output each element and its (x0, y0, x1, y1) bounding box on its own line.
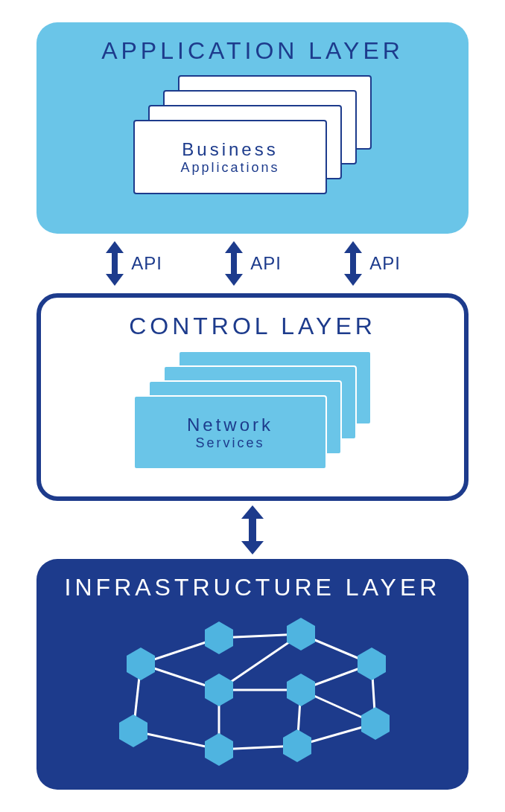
api-connector-3: API (343, 241, 401, 286)
control-layer-box: CONTROL LAYER Network Services (36, 293, 469, 501)
svg-marker-27 (283, 729, 311, 762)
app-card-label-top: Business (182, 139, 278, 160)
control-layer-title: CONTROL LAYER (63, 313, 442, 340)
svg-marker-28 (361, 707, 390, 740)
double-arrow-icon (104, 241, 125, 286)
svg-marker-0 (106, 241, 124, 286)
svg-marker-20 (205, 621, 233, 654)
svg-marker-3 (241, 505, 264, 554)
api-label-1: API (131, 253, 162, 274)
infrastructure-layer-title: INFRASTRUCTURE LAYER (59, 574, 446, 601)
svg-marker-1 (225, 241, 243, 286)
network-services-stack: Network Services (133, 351, 372, 473)
ctrl-card-label-top: Network (187, 415, 273, 435)
svg-marker-22 (358, 648, 386, 680)
application-layer-box: APPLICATION LAYER Business Applications (36, 22, 469, 234)
api-connector-2: API (223, 241, 282, 286)
api-connector-1: API (104, 241, 162, 286)
svg-marker-25 (119, 715, 147, 747)
api-label-3: API (369, 253, 401, 274)
api-connector-row: API API API (44, 234, 461, 293)
api-label-2: API (250, 253, 282, 274)
svg-marker-2 (344, 241, 362, 286)
app-card-1: Business Applications (133, 120, 327, 194)
svg-marker-26 (205, 733, 233, 766)
double-arrow-icon (343, 241, 363, 286)
svg-marker-21 (287, 618, 315, 650)
svg-marker-24 (287, 674, 315, 706)
double-arrow-icon (223, 241, 244, 286)
network-topology-icon (89, 612, 416, 768)
app-card-label-bottom: Applications (180, 160, 279, 176)
application-layer-title: APPLICATION LAYER (59, 37, 446, 65)
ctrl-card-1: Network Services (133, 395, 327, 470)
infrastructure-layer-box: INFRASTRUCTURE LAYER (36, 559, 469, 790)
svg-marker-23 (205, 674, 233, 706)
control-to-infrastructure-connector (240, 501, 265, 559)
svg-marker-19 (127, 648, 155, 680)
ctrl-card-label-bottom: Services (195, 435, 264, 451)
double-arrow-icon (240, 505, 265, 554)
business-applications-stack: Business Applications (133, 75, 372, 198)
